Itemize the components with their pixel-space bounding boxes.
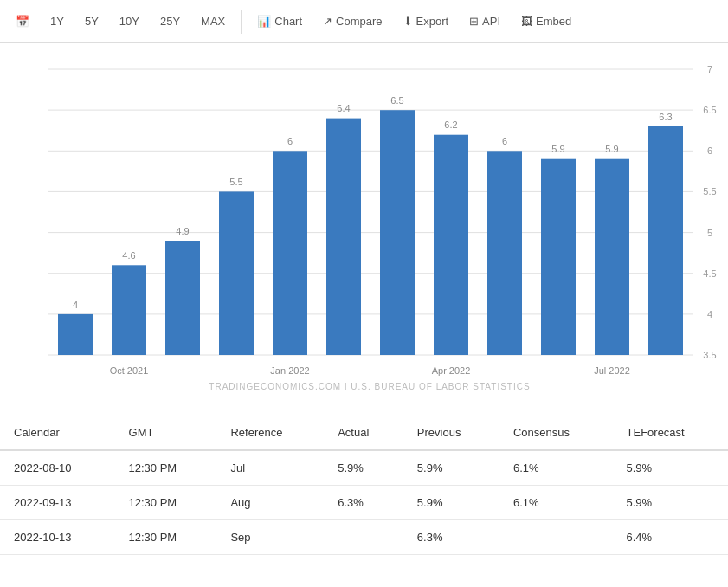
svg-text:5.9: 5.9 (605, 144, 618, 154)
toolbar-25y[interactable]: 25Y (151, 10, 189, 33)
svg-text:6.2: 6.2 (444, 119, 457, 130)
svg-rect-30 (434, 135, 468, 355)
cell-reference: Aug (216, 486, 324, 520)
cell-consensus: 6.1% (499, 450, 613, 486)
svg-text:5.9: 5.9 (551, 144, 564, 154)
embed-icon: 🖼 (521, 15, 532, 28)
cell-gmt: 12:30 PM (115, 450, 217, 486)
compare-icon: ↗ (323, 15, 332, 28)
cell-calendar: 2022-10-13 (0, 520, 115, 555)
cell-reference: Sep (216, 520, 324, 555)
toolbar-api[interactable]: ⊞ API (461, 10, 509, 33)
toolbar-max[interactable]: MAX (192, 10, 234, 33)
cell-teforecast: 5.9% (613, 486, 728, 520)
col-header-reference: Reference (216, 416, 324, 450)
toolbar: 📅 1Y 5Y 10Y 25Y MAX 📊 Chart ↗ Compare ⬇ … (0, 0, 728, 43)
svg-text:5.5: 5.5 (229, 177, 242, 187)
cell-previous: 5.9% (403, 486, 499, 520)
svg-text:Apr 2022: Apr 2022 (432, 365, 471, 376)
toolbar-10y[interactable]: 10Y (111, 10, 148, 33)
cell-consensus (499, 520, 613, 555)
toolbar-export[interactable]: ⬇ Export (395, 10, 458, 33)
svg-rect-26 (326, 119, 361, 355)
svg-text:7: 7 (707, 64, 712, 74)
svg-text:4.5: 4.5 (703, 268, 716, 279)
divider-1 (241, 10, 242, 34)
cell-calendar: 2022-08-10 (0, 450, 115, 486)
toolbar-5y[interactable]: 5Y (76, 10, 107, 33)
toolbar-chart[interactable]: 📊 Chart (248, 10, 311, 33)
svg-text:Jul 2022: Jul 2022 (594, 365, 630, 376)
col-header-gmt: GMT (115, 416, 217, 450)
col-header-previous: Previous (403, 416, 499, 450)
col-header-calendar: Calendar (0, 416, 115, 450)
data-table: Calendar GMT Reference Actual Previous C… (0, 416, 728, 555)
svg-text:6: 6 (707, 145, 712, 156)
svg-text:5: 5 (707, 228, 712, 238)
cell-gmt: 12:30 PM (115, 486, 217, 520)
table-row: 2022-10-1312:30 PMSep6.3%6.4% (0, 520, 728, 555)
svg-rect-36 (595, 159, 629, 355)
svg-text:6: 6 (287, 136, 293, 146)
chart-area: .grid-line { stroke: #e0e0e0; stroke-wid… (0, 43, 728, 407)
svg-rect-28 (380, 110, 415, 355)
col-header-actual: Actual (324, 416, 403, 450)
api-icon: ⊞ (469, 15, 479, 28)
svg-text:6.3: 6.3 (659, 112, 672, 122)
cell-actual: 6.3% (324, 486, 403, 520)
svg-text:6: 6 (502, 136, 507, 146)
col-header-teforecast: TEForecast (613, 416, 728, 450)
bar-chart: .grid-line { stroke: #e0e0e0; stroke-wid… (0, 52, 728, 390)
svg-text:6.5: 6.5 (390, 95, 403, 106)
cell-teforecast: 6.4% (613, 520, 728, 555)
svg-rect-24 (273, 151, 307, 355)
svg-text:4.9: 4.9 (176, 226, 189, 236)
table-row: 2022-09-1312:30 PMAug6.3%5.9%6.1%5.9% (0, 486, 728, 520)
svg-text:Oct 2021: Oct 2021 (110, 365, 149, 376)
cell-reference: Jul (216, 450, 324, 486)
calendar-icon-button[interactable]: 📅 (7, 10, 38, 33)
svg-rect-16 (58, 314, 93, 355)
svg-rect-22 (219, 191, 254, 355)
svg-text:3.5: 3.5 (703, 350, 716, 360)
chart-icon: 📊 (257, 15, 271, 28)
calendar-icon: 📅 (16, 15, 29, 28)
cell-previous: 6.3% (403, 520, 499, 555)
svg-rect-18 (112, 265, 146, 355)
svg-text:4: 4 (73, 300, 78, 310)
table-row: 2022-08-1012:30 PMJul5.9%5.9%6.1%5.9% (0, 450, 728, 486)
svg-text:TRADINGECONOMICS.COM | U.S. BU: TRADINGECONOMICS.COM | U.S. BUREAU OF LA… (209, 382, 530, 390)
toolbar-compare[interactable]: ↗ Compare (314, 10, 390, 33)
col-header-consensus: Consensus (499, 416, 613, 450)
svg-text:Jan 2022: Jan 2022 (270, 365, 309, 376)
cell-teforecast: 5.9% (613, 450, 728, 486)
cell-gmt: 12:30 PM (115, 520, 217, 555)
svg-rect-20 (165, 241, 200, 355)
cell-previous: 5.9% (403, 450, 499, 486)
svg-rect-38 (648, 126, 683, 355)
toolbar-embed[interactable]: 🖼 Embed (512, 10, 580, 33)
data-table-container: Calendar GMT Reference Actual Previous C… (0, 407, 728, 555)
chart-svg-wrapper: .grid-line { stroke: #e0e0e0; stroke-wid… (0, 52, 728, 390)
svg-text:4: 4 (707, 309, 712, 319)
svg-rect-34 (541, 159, 576, 355)
export-icon: ⬇ (403, 15, 413, 28)
cell-actual: 5.9% (324, 450, 403, 486)
svg-text:5.5: 5.5 (703, 186, 716, 197)
svg-rect-32 (487, 151, 522, 355)
svg-text:6.5: 6.5 (703, 105, 716, 115)
cell-calendar: 2022-09-13 (0, 486, 115, 520)
svg-text:4.6: 4.6 (122, 250, 135, 261)
svg-text:6.4: 6.4 (337, 103, 350, 113)
table-header-row: Calendar GMT Reference Actual Previous C… (0, 416, 728, 450)
cell-actual (324, 520, 403, 555)
cell-consensus: 6.1% (499, 486, 613, 520)
toolbar-1y[interactable]: 1Y (42, 10, 73, 33)
